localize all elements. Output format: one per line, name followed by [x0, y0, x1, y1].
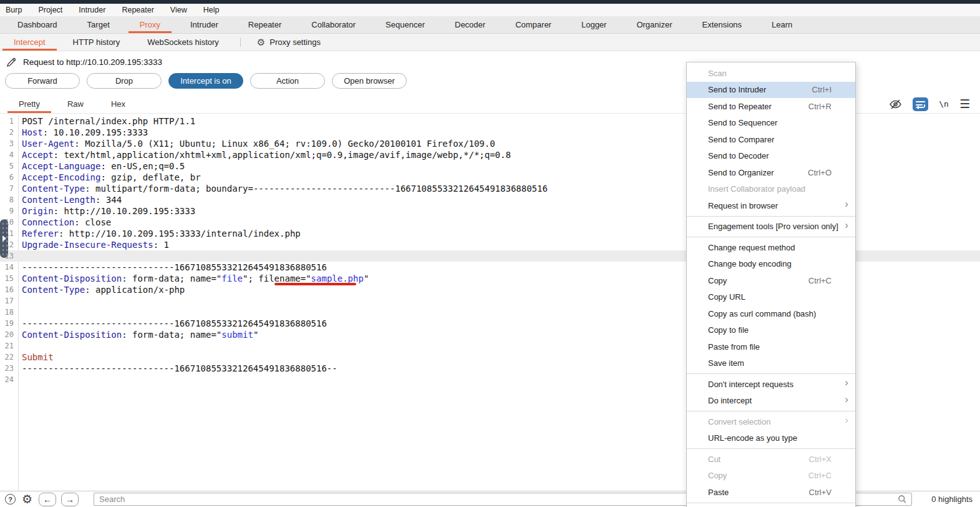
tab-collaborator[interactable]: Collaborator — [296, 16, 371, 33]
menu-item-copy-to-file[interactable]: Copy to file — [687, 322, 855, 339]
word-wrap-icon[interactable] — [913, 97, 928, 111]
drop-button[interactable]: Drop — [87, 73, 162, 89]
menubar-item-burp[interactable]: Burp — [6, 6, 22, 14]
app-menubar: BurpProjectIntruderRepeaterViewHelp — [0, 4, 980, 16]
menu-item-label: Copy to file — [708, 325, 749, 335]
editor-tab-pretty[interactable]: Pretty — [5, 95, 54, 113]
menu-item-label: Convert selection — [708, 417, 770, 426]
menu-item-label: Copy URL — [708, 292, 745, 302]
menu-item-label: Copy — [708, 276, 727, 285]
line-number: 3 — [0, 138, 18, 149]
tab-sequencer[interactable]: Sequencer — [371, 16, 440, 33]
line-content: Upgrade-Insecure-Requests: 1 — [18, 239, 169, 250]
help-icon[interactable]: ? — [5, 494, 16, 505]
menubar-item-repeater[interactable]: Repeater — [122, 6, 153, 14]
menu-item-shortcut: Ctrl+R — [808, 102, 832, 111]
menubar-item-help[interactable]: Help — [203, 6, 220, 14]
tab-repeater[interactable]: Repeater — [233, 16, 296, 33]
menu-item-send-to-sequencer[interactable]: Send to Sequencer — [687, 115, 855, 132]
forward-button[interactable]: Forward — [5, 73, 80, 89]
line-content: Content-Disposition: form-data; name="su… — [18, 329, 258, 340]
menu-item-label: Send to Decoder — [708, 151, 769, 160]
menu-item-save-item[interactable]: Save item — [687, 355, 855, 372]
menu-item-change-body-encoding[interactable]: Change body encoding — [687, 256, 855, 273]
menu-item-label: Send to Repeater — [708, 102, 772, 111]
search-next-button[interactable]: → — [61, 493, 79, 506]
menu-item-send-to-decoder[interactable]: Send to Decoder — [687, 148, 855, 165]
tab-learn[interactable]: Learn — [757, 16, 807, 33]
eye-slash-icon[interactable] — [889, 98, 902, 111]
menu-item-copy-url[interactable]: Copy URL — [687, 289, 855, 306]
tab-proxy[interactable]: Proxy — [125, 16, 175, 33]
line-number: 6 — [0, 172, 18, 183]
subtab-intercept[interactable]: Intercept — [0, 34, 59, 51]
tab-comparer[interactable]: Comparer — [500, 16, 566, 33]
menu-separator — [687, 503, 855, 503]
menu-item-message-editor-documentation[interactable]: Message editor documentation — [687, 505, 855, 507]
line-content: Content-Type: multipart/form-data; bound… — [18, 183, 548, 194]
tab-target[interactable]: Target — [72, 16, 125, 33]
subtab-websockets-history[interactable]: WebSockets history — [133, 34, 233, 51]
open-browser-button[interactable]: Open browser — [332, 73, 407, 89]
line-content: Accept-Encoding: gzip, deflate, br — [18, 172, 201, 183]
submenu-arrow-icon: › — [845, 199, 848, 211]
menu-item-label: Send to Sequencer — [708, 118, 777, 127]
editor-tab-raw[interactable]: Raw — [54, 95, 97, 113]
search-prev-button[interactable]: ← — [39, 493, 56, 506]
tab-intruder[interactable]: Intruder — [175, 16, 233, 33]
menu-item-label: Paste — [708, 488, 729, 497]
menu-item-send-to-organizer[interactable]: Send to OrganizerCtrl+O — [687, 164, 855, 181]
gutter-scroll-marker[interactable] — [0, 219, 8, 258]
menu-item-scan: Scan — [687, 65, 855, 82]
tab-dashboard[interactable]: Dashboard — [2, 16, 72, 33]
menu-item-send-to-comparer[interactable]: Send to Comparer — [687, 131, 855, 148]
menu-separator — [687, 216, 855, 217]
tab-decoder[interactable]: Decoder — [440, 16, 500, 33]
line-content — [18, 295, 22, 307]
hamburger-icon[interactable]: ☰ — [959, 98, 970, 110]
editor-tab-hex[interactable]: Hex — [97, 95, 139, 113]
menu-item-insert-collaborator-payload: Insert Collaborator payload — [687, 181, 855, 198]
menu-item-engagement-tools-pro-version-only[interactable]: Engagement tools [Pro version only]› — [687, 219, 855, 235]
menu-item-paste[interactable]: PasteCtrl+V — [687, 484, 855, 501]
menu-item-copy-as-curl-command-bash[interactable]: Copy as curl command (bash) — [687, 305, 855, 322]
menu-item-url-encode-as-you-type[interactable]: URL-encode as you type — [687, 430, 855, 447]
line-content: Content-Length: 344 — [18, 194, 122, 205]
menu-item-label: Engagement tools [Pro version only] — [708, 222, 838, 231]
show-newlines-icon[interactable]: \n — [939, 99, 949, 109]
menu-item-copy[interactable]: CopyCtrl+C — [687, 272, 855, 289]
gear-icon[interactable]: ⚙ — [22, 493, 32, 505]
menu-item-send-to-intruder[interactable]: Send to IntruderCtrl+I — [687, 82, 855, 99]
line-number: 24 — [0, 374, 18, 385]
menu-item-paste-from-file[interactable]: Paste from file — [687, 338, 855, 355]
action-button[interactable]: Action — [250, 73, 325, 89]
intercept-is-on-button[interactable]: Intercept is on — [168, 73, 243, 89]
subtab-proxy-settings[interactable]: ⚙Proxy settings — [248, 34, 329, 51]
line-content: Origin: http://10.10.209.195:3333 — [18, 205, 195, 217]
menu-item-label: Cut — [708, 455, 720, 464]
search-icon — [898, 495, 907, 504]
line-number: 15 — [0, 273, 18, 284]
line-content — [18, 340, 22, 352]
menu-item-do-intercept[interactable]: Do intercept› — [687, 393, 855, 410]
line-content: Accept: text/html,application/xhtml+xml,… — [18, 149, 511, 160]
tab-extensions[interactable]: Extensions — [687, 16, 757, 33]
menu-item-request-in-browser[interactable]: Request in browser› — [687, 197, 855, 214]
menubar-item-project[interactable]: Project — [38, 6, 62, 14]
tab-organizer[interactable]: Organizer — [621, 16, 687, 33]
menu-item-don-t-intercept-requests[interactable]: Don't intercept requests› — [687, 376, 855, 393]
line-number: 21 — [0, 340, 18, 352]
tab-logger[interactable]: Logger — [566, 16, 621, 33]
request-target-label: Request to http://10.10.209.195:3333 — [23, 57, 162, 67]
menu-item-send-to-repeater[interactable]: Send to RepeaterCtrl+R — [687, 98, 855, 115]
menubar-item-intruder[interactable]: Intruder — [79, 6, 105, 14]
line-content — [18, 307, 22, 318]
menubar-item-view[interactable]: View — [170, 6, 187, 14]
line-content — [18, 250, 22, 262]
subtab-http-history[interactable]: HTTP history — [59, 34, 134, 51]
line-content: Connection: close — [18, 217, 111, 228]
line-content: -----------------------------16671085533… — [18, 262, 327, 273]
line-number: 23 — [0, 363, 18, 374]
menu-item-change-request-method[interactable]: Change request method — [687, 239, 855, 256]
menu-item-label: Request in browser — [708, 201, 778, 210]
